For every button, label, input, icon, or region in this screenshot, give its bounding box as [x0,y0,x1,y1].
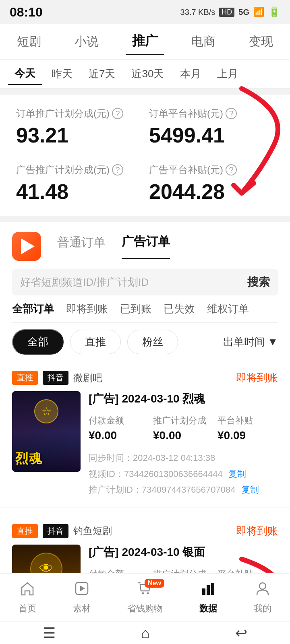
order-subsidy-help-icon[interactable]: ? [226,108,237,119]
system-home-icon[interactable]: ⌂ [141,625,150,642]
order-card-1-body: ☆ 烈魂 [广告] 2024-03-10 烈魂 付款金额 ¥0.00 推广计划分… [12,391,278,498]
ad-subsidy-help-icon[interactable]: ? [226,164,237,175]
back-icon[interactable]: ↩ [235,625,247,642]
filter-expired[interactable]: 已失效 [164,302,195,316]
svg-point-6 [259,583,266,589]
order-share-help-icon[interactable]: ? [112,108,123,119]
date-filter-lastmonth[interactable]: 上月 [211,64,244,84]
nav-data-label: 数据 [199,603,217,615]
tag-douyin-2: 抖音 [43,524,68,538]
svg-point-1 [142,592,144,594]
tag-zhitui-2: 直推 [12,524,38,538]
stat-ad-subsidy-label: 广告平台补贴(元) [149,163,223,176]
menu-icon[interactable]: ☰ [43,625,56,642]
date-filter-yesterday[interactable]: 昨天 [45,64,79,84]
nav-mine-label: 我的 [254,603,271,615]
sort-fans-btn[interactable]: 粉丝 [127,330,178,354]
tab-normal-order[interactable]: 普通订单 [57,234,106,259]
hd-badge: HD [219,8,234,17]
ad-share-help-icon[interactable]: ? [112,164,123,175]
nav-推广[interactable]: 推广 [126,28,164,55]
stat-ad-subsidy-value: 2044.28 [149,180,274,204]
tag-douyin-1: 抖音 [43,371,68,385]
tag-channel-2: 钓鱼短剧 [73,524,112,537]
stats-section: 订单推广计划分成(元) ? 93.21 订单平台补贴(元) ? 5499.41 … [0,95,290,216]
data-icon [200,580,216,600]
svg-rect-4 [207,585,210,595]
material-icon [74,580,90,600]
mine-icon [255,580,271,600]
nav-小说[interactable]: 小说 [68,29,105,54]
stat-ad-subsidy: 广告平台补贴(元) ? 2044.28 [149,163,274,204]
order-status-2: 即将到账 [236,524,278,538]
battery-icon: 🔋 [268,6,280,18]
network-badge: 5G [238,8,249,17]
nav-shop-label: 省钱购物 [127,603,163,615]
search-bar: 好省短剧频道ID/推广计划ID 搜索 [12,269,278,295]
app-logo [12,232,41,261]
stat-order-subsidy-label: 订单平台补贴(元) [149,107,223,120]
date-filter-today[interactable]: 今天 [8,63,42,85]
stat-order-subsidy: 订单平台补贴(元) ? 5499.41 [149,107,274,147]
order-tabs-section: 普通订单 广告订单 好省短剧频道ID/推广计划ID 搜索 全部订单 即将到账 已… [0,222,290,361]
copy-video-id-1[interactable]: 复制 [228,469,246,479]
nav-material[interactable]: 素材 [73,580,91,615]
order-details-1: [广告] 2024-03-10 烈魂 付款金额 ¥0.00 推广计划分成 ¥0.… [89,391,278,498]
stat-order-share-value: 93.21 [16,123,141,147]
chevron-down-icon: ▼ [267,336,278,348]
copy-promo-id-1[interactable]: 复制 [241,485,259,495]
sort-time-selector[interactable]: 出单时间 ▼ [223,335,278,349]
sort-row: 全部 直推 粉丝 出单时间 ▼ [12,323,278,361]
nav-home-label: 首页 [19,603,36,615]
wifi-icon: 📶 [253,7,264,17]
nav-material-label: 素材 [73,603,91,615]
nav-电商[interactable]: 电商 [185,29,222,54]
filter-tabs: 全部订单 即将到账 已到账 已失效 维权订单 [12,295,278,323]
amount-subsidy-1: 平台补贴 ¥0.09 [218,415,278,442]
nav-data[interactable]: 数据 [199,580,217,615]
sync-time-1: 同步时间：2024-03-12 04:13:38 [89,450,278,466]
stat-order-share: 订单推广计划分成(元) ? 93.21 [16,107,141,147]
filter-dispute[interactable]: 维权订单 [207,302,249,316]
tag-zhitui-1: 直推 [12,371,38,385]
date-filter-30days[interactable]: 近30天 [125,64,170,84]
order-card-1: 直推 抖音 微剧吧 即将到账 ☆ 烈魂 [广告] 2024-0 [0,361,290,508]
status-icons: 33.7 KB/s HD 5G 📶 🔋 [180,6,280,18]
video-id-1: 视频ID：73442601300636664444 复制 [89,466,278,482]
svg-point-2 [147,592,149,594]
stat-ad-share-value: 41.48 [16,180,141,204]
order-title-2: [广告] 2024-03-10 银面 [89,545,278,560]
svg-rect-5 [211,583,214,595]
signal-text: 33.7 KB/s [180,8,215,17]
home-icon [19,580,35,600]
stat-ad-share: 广告推广计划分成(元) ? 41.48 [16,163,141,204]
date-filter-7days[interactable]: 近7天 [82,64,122,84]
nav-变现[interactable]: 变现 [242,29,280,54]
filter-received[interactable]: 已到账 [120,302,151,316]
filter-pending[interactable]: 即将到账 [66,302,108,316]
order-title-1: [广告] 2024-03-10 烈魂 [89,391,278,407]
order-thumbnail-1: ☆ 烈魂 [12,391,81,472]
top-nav: 短剧 小说 推广 电商 变现 [0,24,290,60]
system-nav: ☰ ⌂ ↩ [0,621,290,644]
date-filter-thismonth[interactable]: 本月 [174,64,207,84]
order-amounts-1: 付款金额 ¥0.00 推广计划分成 ¥0.00 平台补贴 ¥0.09 [89,415,278,442]
order-status-1: 即将到账 [236,371,278,385]
search-placeholder[interactable]: 好省短剧频道ID/推广计划ID [20,275,247,289]
sort-all-btn[interactable]: 全部 [12,329,64,355]
nav-home[interactable]: 首页 [19,580,36,615]
thumb-text-1: 烈魂 [15,450,43,468]
search-button[interactable]: 搜索 [247,275,270,290]
amount-share-1: 推广计划分成 ¥0.00 [153,415,213,442]
tab-ad-order[interactable]: 广告订单 [122,233,170,259]
order-meta-1: 同步时间：2024-03-12 04:13:38 视频ID：7344260130… [89,450,278,498]
order-card-1-header: 直推 抖音 微剧吧 即将到账 [12,371,278,385]
nav-mine[interactable]: 我的 [254,580,271,615]
date-filter: 今天 昨天 近7天 近30天 本月 上月 [0,60,290,89]
nav-shop[interactable]: New 省钱购物 [127,580,163,615]
nav-短剧[interactable]: 短剧 [10,29,48,54]
sort-direct-btn[interactable]: 直推 [70,330,121,354]
filter-all[interactable]: 全部订单 [12,302,54,316]
bottom-bar: 首页 素材 New 省钱购物 [0,573,290,644]
tag-channel-1: 微剧吧 [73,372,102,384]
